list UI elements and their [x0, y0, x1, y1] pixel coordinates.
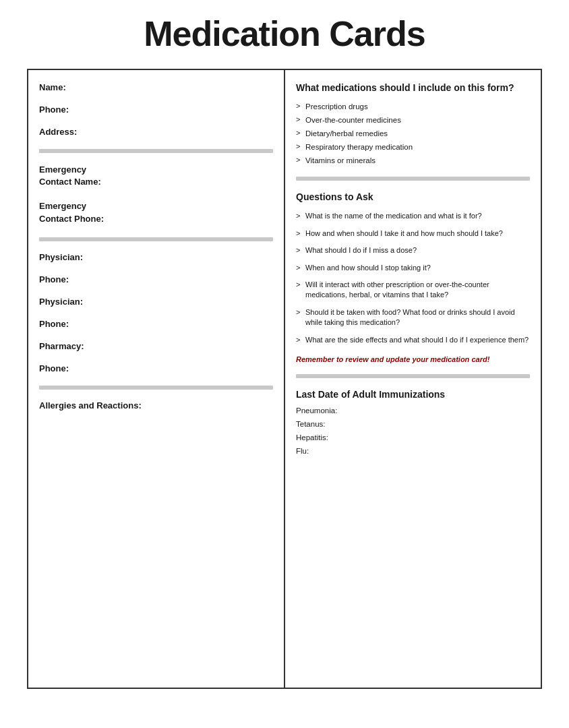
divider-2	[39, 237, 273, 241]
physician-2-label: Physician:	[39, 297, 273, 307]
phone-label: Phone:	[39, 104, 273, 115]
list-item: Prescription drugs	[296, 100, 530, 113]
divider-right-1	[296, 177, 530, 181]
phone-3-label: Phone:	[39, 319, 273, 329]
immunizations-title: Last Date of Adult Immunizations	[296, 389, 530, 400]
card-right: What medications should I include on thi…	[285, 69, 542, 689]
divider-1	[39, 149, 273, 153]
cards-container: Name: Phone: Address: EmergencyContact N…	[27, 69, 542, 689]
card-left: Name: Phone: Address: EmergencyContact N…	[27, 69, 285, 689]
remember-text: Remember to review and update your medic…	[296, 354, 530, 365]
phone-2-label: Phone:	[39, 274, 273, 284]
immunization-item: Hepatitis:	[296, 433, 530, 442]
list-item: Over-the-counter medicines	[296, 113, 530, 127]
emergency-contact-phone-label: EmergencyContact Phone:	[39, 200, 273, 224]
list-item: Should it be taken with food? What food …	[296, 305, 530, 330]
name-label: Name:	[39, 82, 273, 92]
immunization-item: Flu:	[296, 447, 530, 455]
questions-title: Questions to Ask	[296, 191, 530, 202]
list-item: Vitamins or minerals	[296, 154, 530, 167]
medications-section: What medications should I include on thi…	[296, 82, 530, 167]
list-item: Respiratory therapy medication	[296, 140, 530, 154]
list-item: How and when should I take it and how mu…	[296, 226, 530, 241]
address-label: Address:	[39, 127, 273, 137]
physician-1-label: Physician:	[39, 252, 273, 262]
divider-right-2	[296, 374, 530, 378]
list-item: When and how should I stop taking it?	[296, 261, 530, 275]
questions-section: Questions to Ask What is the name of the…	[296, 191, 530, 365]
pharmacy-label: Pharmacy:	[39, 341, 273, 351]
phone-4-label: Phone:	[39, 363, 273, 373]
divider-3	[39, 386, 273, 390]
medications-title: What medications should I include on thi…	[296, 82, 530, 93]
questions-list: What is the name of the medication and w…	[296, 209, 530, 347]
list-item: What are the side effects and what shoul…	[296, 333, 530, 347]
emergency-contact-name-label: EmergencyContact Name:	[39, 164, 273, 188]
page-title: Medication Cards	[27, 13, 542, 54]
immunization-item: Pneumonia:	[296, 406, 530, 415]
immunizations-section: Last Date of Adult Immunizations Pneumon…	[296, 389, 530, 455]
list-item: What should I do if I miss a dose?	[296, 243, 530, 257]
allergies-label: Allergies and Reactions:	[39, 400, 273, 411]
list-item: Dietary/herbal remedies	[296, 127, 530, 140]
medications-list: Prescription drugs Over-the-counter medi…	[296, 100, 530, 167]
immunization-item: Tetanus:	[296, 420, 530, 428]
list-item: What is the name of the medication and w…	[296, 209, 530, 223]
list-item: Will it interact with other prescription…	[296, 278, 530, 303]
